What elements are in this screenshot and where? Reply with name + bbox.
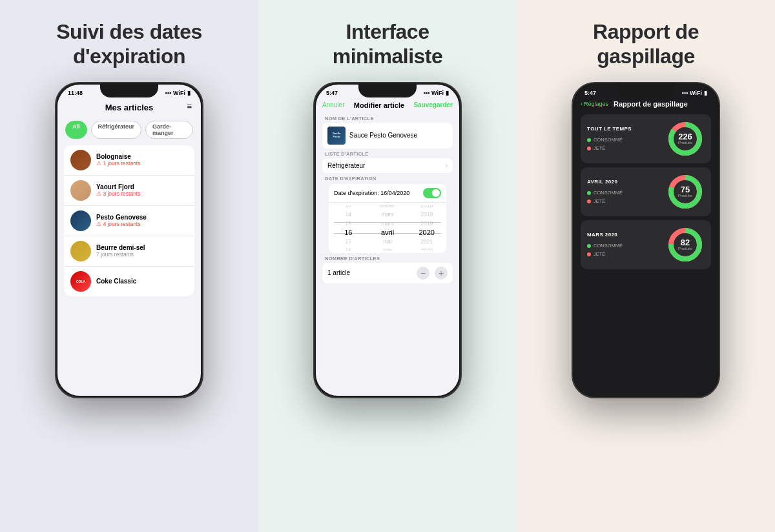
donut-all-time: 226 Produits bbox=[666, 119, 705, 158]
date-toggle[interactable] bbox=[423, 188, 441, 198]
section-title-all: Tout le temps bbox=[587, 126, 666, 132]
list-item[interactable]: COLA Coke Classic bbox=[64, 267, 194, 296]
date-section: DATE D'EXPIRATION Date d'expiration: 16/… bbox=[322, 176, 453, 253]
qty-value: 1 article bbox=[327, 269, 350, 276]
item-name: Bolognaise bbox=[96, 153, 188, 160]
donut-unit-avril: Produits bbox=[678, 194, 692, 198]
picker-item: juin bbox=[383, 246, 391, 251]
list-item[interactable]: Bolognaise ⚠ 1 jours restants bbox=[64, 145, 194, 176]
item-days: ⚠ 3 jours restants bbox=[96, 190, 188, 197]
dark-nav: ‹ Réglages Rapport de gaspillage bbox=[574, 99, 718, 112]
status-time-2: 5:47 bbox=[326, 90, 338, 96]
panel-expiration: Suivi des datesd'expiration 11:48 ▪▪▪ Wi… bbox=[0, 0, 258, 532]
qty-minus-button[interactable]: − bbox=[417, 267, 429, 280]
picker-item: 2021 bbox=[420, 237, 433, 246]
report-section-all-time: Tout le temps CONSOMMÉ JETÉ bbox=[581, 114, 711, 163]
avatar-coke: COLA bbox=[70, 271, 91, 292]
date-picker-columns[interactable]: 13 14 15 16 17 18 février mars mars avri… bbox=[329, 203, 446, 253]
picker-item: 14 bbox=[346, 210, 351, 219]
qty-plus-button[interactable]: + bbox=[435, 267, 448, 280]
chevron-left-icon: ‹ bbox=[581, 101, 583, 107]
panel1-title: Suivi des datesd'expiration bbox=[56, 19, 202, 69]
phone1: 11:48 ▪▪▪ WiFi ▮ Mes articles ≡ All Réfr… bbox=[55, 82, 203, 398]
avatar-pesto bbox=[70, 210, 91, 231]
panel2-title: Interfaceminimaliste bbox=[333, 19, 443, 69]
picker-item: 18 bbox=[346, 246, 351, 251]
wifi-icon: WiFi bbox=[173, 90, 185, 96]
items-list: Bolognaise ⚠ 1 jours restants Yaourt Fjo… bbox=[64, 145, 194, 296]
donut-center-avril: 75 Produits bbox=[678, 185, 692, 198]
picker-item-selected: 16 bbox=[344, 228, 352, 237]
picker-col-day[interactable]: 13 14 15 16 17 18 bbox=[329, 205, 368, 251]
edit-nav: Annuler Modifier article Sauvegarder bbox=[316, 99, 459, 113]
nom-field[interactable]: BarillaPesto Sauce Pesto Genovese bbox=[322, 123, 453, 148]
report-section-avril: AVRIL 2020 CONSOMMÉ JETÉ bbox=[581, 167, 711, 216]
consumed-label: CONSOMMÉ bbox=[594, 243, 623, 249]
back-label: Réglages bbox=[584, 101, 608, 107]
donut-center: 226 Produits bbox=[678, 132, 692, 145]
item-name: Yaourt Fjord bbox=[96, 183, 188, 190]
battery-icon: ▮ bbox=[446, 90, 449, 96]
nav-title: Modifier article bbox=[354, 101, 404, 109]
list-item[interactable]: Pesto Genovese ⚠ 4 jours restants bbox=[64, 206, 194, 236]
report-section-mars: MARS 2020 CONSOMMÉ JETÉ bbox=[581, 220, 711, 269]
item-info-yaourt: Yaourt Fjord ⚠ 3 jours restants bbox=[96, 183, 188, 197]
picker-col-year[interactable]: 2018 2019 2019 2020 2021 2022 bbox=[407, 205, 446, 251]
report-left-avril: AVRIL 2020 CONSOMMÉ JETÉ bbox=[587, 179, 666, 204]
list-item[interactable]: Yaourt Fjord ⚠ 3 jours restants bbox=[64, 176, 194, 206]
section-title-mars: MARS 2020 bbox=[587, 232, 666, 238]
notch3 bbox=[617, 83, 675, 97]
donut-unit: Produits bbox=[678, 141, 692, 145]
date-toggle-row: Date d'expiration: 16/04/2020 bbox=[329, 184, 446, 203]
filter-all[interactable]: All bbox=[65, 121, 87, 139]
articles-header: Mes articles ≡ bbox=[57, 99, 201, 118]
item-days: ⚠ 4 jours restants bbox=[96, 221, 188, 227]
dot-green bbox=[587, 244, 591, 248]
liste-field[interactable]: Réfrigérateur › bbox=[322, 158, 453, 173]
item-name: Coke Classic bbox=[96, 278, 188, 285]
picker-item: 2019 bbox=[420, 219, 433, 228]
avatar-bolognaise bbox=[70, 150, 91, 170]
list-item[interactable]: Beurre demi-sel 7 jours restants bbox=[64, 236, 194, 267]
item-name: Beurre demi-sel bbox=[96, 244, 188, 251]
legend-all: CONSOMMÉ JETÉ bbox=[587, 137, 666, 151]
signal-icon: ▪▪▪ bbox=[682, 90, 688, 96]
save-button[interactable]: Sauvegarder bbox=[413, 101, 453, 108]
dot-green bbox=[587, 138, 591, 142]
signal-icon: ▪▪▪ bbox=[424, 90, 430, 96]
legend-wasted-mars: JETÉ bbox=[587, 251, 666, 257]
donut-unit-mars: Produits bbox=[678, 247, 692, 251]
cancel-button[interactable]: Annuler bbox=[322, 101, 344, 108]
nom-section: NOM DE L'ARTICLE BarillaPesto Sauce Pest… bbox=[322, 116, 453, 148]
picker-item-selected: avril bbox=[381, 228, 394, 237]
consumed-label: CONSOMMÉ bbox=[594, 190, 623, 196]
legend-wasted-avril: JETÉ bbox=[587, 198, 666, 204]
screen3: 5:47 ▪▪▪ WiFi ▮ ‹ Réglages Rapport de ga… bbox=[574, 85, 718, 396]
picker-col-month[interactable]: février mars mars avril mai juin bbox=[368, 205, 408, 251]
dot-red bbox=[587, 200, 591, 203]
picker-item: février bbox=[380, 205, 395, 210]
dot-red bbox=[587, 252, 591, 256]
filter-garde-manger[interactable]: Garde-manger bbox=[145, 121, 193, 139]
nom-label: NOM DE L'ARTICLE bbox=[322, 116, 453, 121]
wasted-label: JETÉ bbox=[594, 145, 605, 151]
date-picker[interactable]: Date d'expiration: 16/04/2020 13 14 15 1… bbox=[329, 184, 446, 253]
menu-icon[interactable]: ≡ bbox=[187, 101, 192, 111]
donut-count-avril: 75 bbox=[678, 185, 692, 194]
filter-refrigerateur[interactable]: Réfrigérateur bbox=[91, 121, 142, 139]
wasted-label: JETÉ bbox=[594, 198, 605, 204]
picker-item: mars bbox=[382, 219, 394, 228]
wifi-icon: WiFi bbox=[690, 90, 702, 96]
back-button[interactable]: ‹ Réglages bbox=[581, 101, 608, 107]
notch1 bbox=[100, 83, 158, 97]
dot-red bbox=[587, 147, 591, 150]
avatar-beurre bbox=[70, 241, 91, 261]
status-icons-3: ▪▪▪ WiFi ▮ bbox=[682, 90, 708, 96]
consumed-label: CONSOMMÉ bbox=[594, 137, 623, 143]
product-name-field: Sauce Pesto Genovese bbox=[349, 132, 448, 139]
item-info-pesto: Pesto Genovese ⚠ 4 jours restants bbox=[96, 214, 188, 227]
signal-icon: ▪▪▪ bbox=[165, 90, 172, 96]
product-thumbnail: BarillaPesto bbox=[327, 127, 346, 145]
header-title: Mes articles bbox=[105, 103, 153, 112]
donut-center-mars: 82 Produits bbox=[678, 238, 692, 251]
